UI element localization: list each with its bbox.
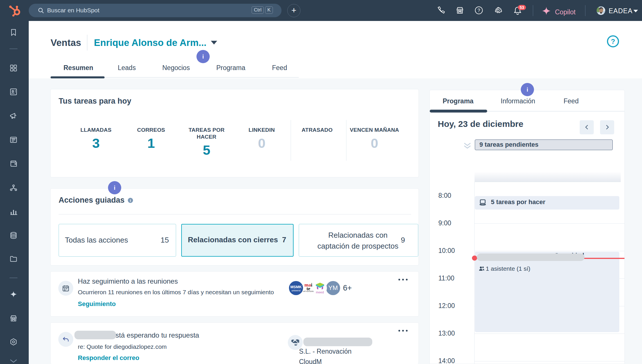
- svg-text:i: i: [130, 198, 131, 203]
- svg-text:?: ?: [477, 8, 480, 13]
